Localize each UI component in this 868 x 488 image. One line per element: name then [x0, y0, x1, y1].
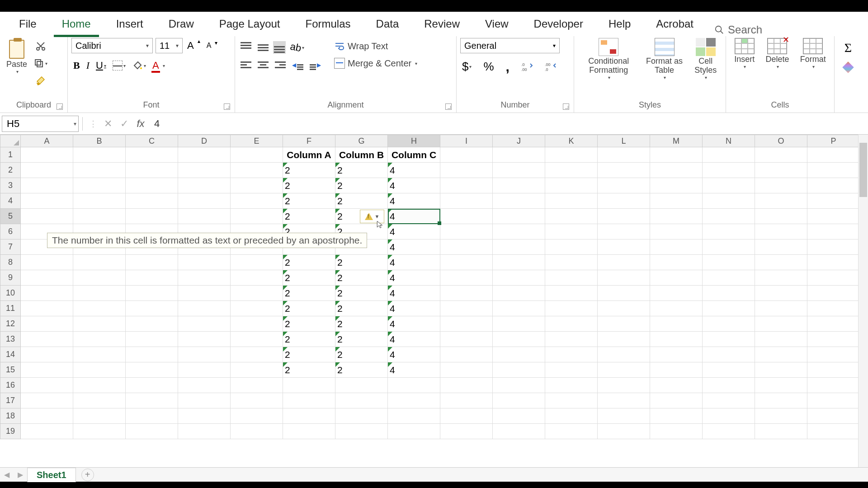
- cell-B9[interactable]: [73, 270, 126, 286]
- bold-button[interactable]: B: [71, 59, 82, 72]
- cell-O4[interactable]: [755, 193, 807, 209]
- row-header-5[interactable]: 5: [0, 209, 21, 224]
- add-sheet-button[interactable]: +: [81, 469, 94, 481]
- cell-M10[interactable]: [650, 286, 703, 301]
- cell-B18[interactable]: [73, 408, 126, 424]
- cell-M19[interactable]: [650, 424, 703, 439]
- align-bottom-button[interactable]: [273, 41, 286, 54]
- cell-D5[interactable]: [178, 209, 231, 224]
- column-header-I[interactable]: I: [440, 135, 493, 147]
- cell-L17[interactable]: [598, 393, 650, 408]
- cell-J7[interactable]: [493, 239, 545, 255]
- number-format-select[interactable]: General▾: [460, 38, 560, 53]
- borders-button[interactable]: ▾: [111, 60, 127, 71]
- cell-H1[interactable]: Column C: [388, 147, 440, 163]
- column-header-E[interactable]: E: [231, 135, 283, 147]
- cell-D9[interactable]: [178, 270, 231, 286]
- row-header-11[interactable]: 11: [0, 301, 21, 316]
- italic-button[interactable]: I: [85, 59, 91, 72]
- cell-D12[interactable]: [178, 316, 231, 332]
- cell-M13[interactable]: [650, 332, 703, 347]
- cell-O9[interactable]: [755, 270, 807, 286]
- cell-D16[interactable]: [178, 378, 231, 393]
- cell-N13[interactable]: [703, 332, 755, 347]
- cell-B14[interactable]: [73, 347, 126, 362]
- cell-I10[interactable]: [440, 286, 493, 301]
- cell-J15[interactable]: [493, 362, 545, 378]
- cell-B15[interactable]: [73, 362, 126, 378]
- cell-G3[interactable]: 2: [335, 178, 388, 193]
- select-all-corner[interactable]: [0, 135, 21, 147]
- cell-H3[interactable]: 4: [388, 178, 440, 193]
- cell-M16[interactable]: [650, 378, 703, 393]
- cell-K3[interactable]: [545, 178, 598, 193]
- cell-B13[interactable]: [73, 332, 126, 347]
- cell-K12[interactable]: [545, 316, 598, 332]
- cell-K5[interactable]: [545, 209, 598, 224]
- row-header-3[interactable]: 3: [0, 178, 21, 193]
- fill-button[interactable]: [844, 63, 852, 73]
- tab-file[interactable]: File: [6, 12, 49, 36]
- cell-K14[interactable]: [545, 347, 598, 362]
- font-color-button[interactable]: A▾: [151, 59, 167, 72]
- cell-K15[interactable]: [545, 362, 598, 378]
- cell-M12[interactable]: [650, 316, 703, 332]
- cell-L10[interactable]: [598, 286, 650, 301]
- cell-H10[interactable]: 4: [388, 286, 440, 301]
- cell-F3[interactable]: 2: [283, 178, 335, 193]
- vertical-scrollbar[interactable]: [858, 135, 868, 467]
- cell-P3[interactable]: [807, 178, 860, 193]
- cell-E16[interactable]: [231, 378, 283, 393]
- cell-C1[interactable]: [126, 147, 178, 163]
- cell-E1[interactable]: [231, 147, 283, 163]
- cell-F18[interactable]: [283, 408, 335, 424]
- row-header-7[interactable]: 7: [0, 239, 21, 255]
- cell-G10[interactable]: 2: [335, 286, 388, 301]
- cell-B3[interactable]: [73, 178, 126, 193]
- cell-L12[interactable]: [598, 316, 650, 332]
- cell-H8[interactable]: 4: [388, 255, 440, 270]
- cell-B16[interactable]: [73, 378, 126, 393]
- worksheet-grid[interactable]: ABCDEFGHIJKLMNOP 12345678910111213141516…: [0, 135, 868, 482]
- cell-O2[interactable]: [755, 163, 807, 178]
- align-left-button[interactable]: [239, 61, 253, 69]
- cell-E8[interactable]: [231, 255, 283, 270]
- row-header-18[interactable]: 18: [0, 408, 21, 424]
- cell-N3[interactable]: [703, 178, 755, 193]
- cancel-formula-button[interactable]: ✕: [100, 118, 116, 130]
- conditional-formatting-button[interactable]: Conditional Formatting▾: [578, 38, 640, 80]
- cell-J1[interactable]: [493, 147, 545, 163]
- cell-P5[interactable]: [807, 209, 860, 224]
- cell-P4[interactable]: [807, 193, 860, 209]
- accounting-format-button[interactable]: $▾: [460, 59, 473, 75]
- tab-view[interactable]: View: [472, 12, 521, 36]
- cell-P15[interactable]: [807, 362, 860, 378]
- cell-O16[interactable]: [755, 378, 807, 393]
- cell-I6[interactable]: [440, 224, 493, 239]
- cell-C16[interactable]: [126, 378, 178, 393]
- cell-A11[interactable]: [21, 301, 73, 316]
- tab-review[interactable]: Review: [411, 12, 472, 36]
- tell-me-search[interactable]: Search: [706, 23, 770, 36]
- cell-E17[interactable]: [231, 393, 283, 408]
- cell-K19[interactable]: [545, 424, 598, 439]
- cell-I2[interactable]: [440, 163, 493, 178]
- cell-K13[interactable]: [545, 332, 598, 347]
- cell-O15[interactable]: [755, 362, 807, 378]
- cell-N6[interactable]: [703, 224, 755, 239]
- cell-F11[interactable]: 2: [283, 301, 335, 316]
- row-header-16[interactable]: 16: [0, 378, 21, 393]
- column-header-C[interactable]: C: [126, 135, 178, 147]
- cell-O14[interactable]: [755, 347, 807, 362]
- column-header-O[interactable]: O: [755, 135, 807, 147]
- sheet-tab-sheet1[interactable]: Sheet1: [27, 468, 76, 482]
- cell-J13[interactable]: [493, 332, 545, 347]
- cell-J10[interactable]: [493, 286, 545, 301]
- cell-N12[interactable]: [703, 316, 755, 332]
- column-header-H[interactable]: H: [388, 135, 440, 147]
- merge-center-button[interactable]: Merge & Center▾: [334, 58, 417, 69]
- cell-M2[interactable]: [650, 163, 703, 178]
- enter-formula-button[interactable]: ✓: [116, 118, 132, 130]
- align-right-button[interactable]: [273, 61, 288, 69]
- cell-K10[interactable]: [545, 286, 598, 301]
